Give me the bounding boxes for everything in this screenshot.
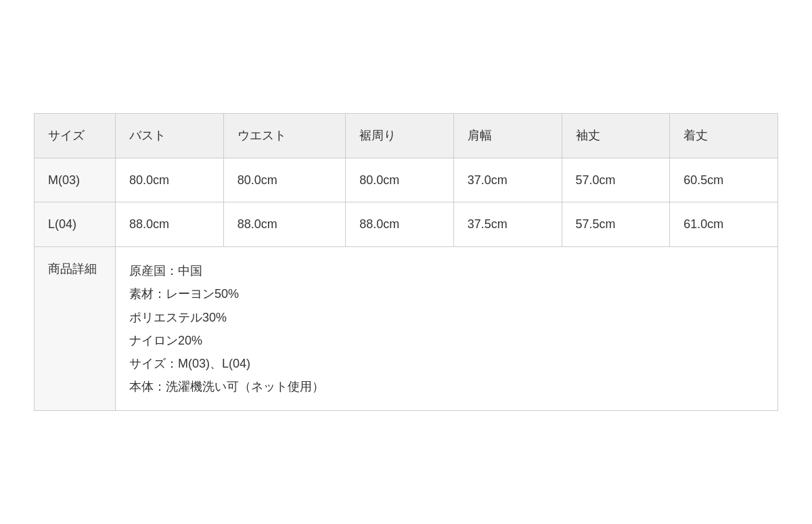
header-length: 着丈	[670, 113, 778, 158]
cell-hem-0: 80.0cm	[346, 158, 454, 202]
cell-size-1: L(04)	[35, 202, 116, 247]
cell-shoulder-1: 37.5cm	[453, 202, 562, 247]
detail-row: 商品詳細原産国：中国素材：レーヨン50%ポリエステル30%ナイロン20%サイズ：…	[35, 247, 778, 411]
cell-bust-0: 80.0cm	[116, 158, 224, 202]
header-hem: 裾周り	[346, 113, 454, 158]
header-bust: バスト	[116, 113, 224, 158]
header-size: サイズ	[35, 113, 116, 158]
header-waist: ウエスト	[223, 113, 345, 158]
table-row: L(04)88.0cm88.0cm88.0cm37.5cm57.5cm61.0c…	[35, 202, 778, 247]
table-row: M(03)80.0cm80.0cm80.0cm37.0cm57.0cm60.5c…	[35, 158, 778, 202]
header-sleeve: 袖丈	[562, 113, 670, 158]
cell-waist-0: 80.0cm	[223, 158, 345, 202]
header-shoulder: 肩幅	[453, 113, 562, 158]
cell-length-1: 61.0cm	[670, 202, 778, 247]
detail-label: 商品詳細	[35, 247, 116, 411]
cell-bust-1: 88.0cm	[116, 202, 224, 247]
cell-length-0: 60.5cm	[670, 158, 778, 202]
cell-size-0: M(03)	[35, 158, 116, 202]
cell-waist-1: 88.0cm	[223, 202, 345, 247]
size-chart-table: サイズ バスト ウエスト 裾周り 肩幅 袖丈 着丈 M(03)80.0cm80.…	[34, 113, 778, 412]
cell-sleeve-0: 57.0cm	[562, 158, 670, 202]
cell-shoulder-0: 37.0cm	[453, 158, 562, 202]
cell-hem-1: 88.0cm	[346, 202, 454, 247]
cell-sleeve-1: 57.5cm	[562, 202, 670, 247]
detail-content: 原産国：中国素材：レーヨン50%ポリエステル30%ナイロン20%サイズ：M(03…	[116, 247, 778, 411]
size-chart-wrapper: サイズ バスト ウエスト 裾周り 肩幅 袖丈 着丈 M(03)80.0cm80.…	[34, 113, 778, 412]
